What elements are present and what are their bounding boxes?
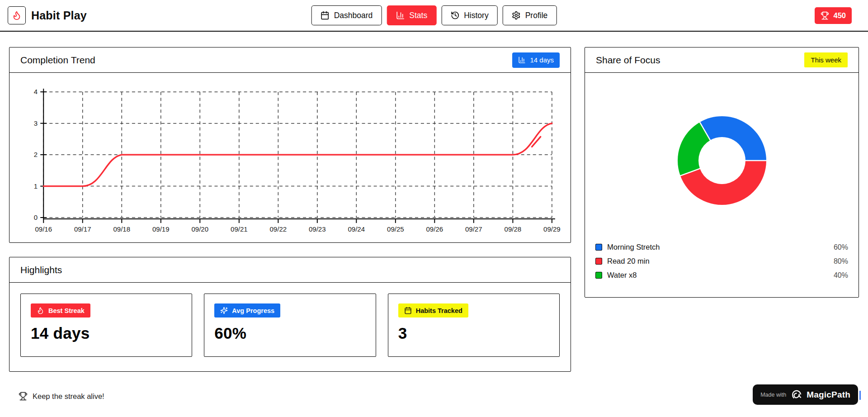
calendar-icon bbox=[321, 11, 330, 20]
legend-swatch bbox=[595, 258, 602, 265]
trend-chart-area: 0123409/1609/1709/1809/1909/2009/2109/22… bbox=[9, 73, 571, 242]
highlights-card: Highlights Best Streak14 daysAvg Progres… bbox=[9, 257, 571, 372]
svg-text:1: 1 bbox=[34, 182, 38, 190]
donut-chart-area bbox=[585, 73, 859, 215]
nav-button-label: Stats bbox=[409, 11, 427, 20]
gear-icon bbox=[512, 11, 521, 20]
highlight-cards: Best Streak14 daysAvg Progress60%Habits … bbox=[9, 283, 571, 368]
stat-value: 60% bbox=[214, 324, 365, 342]
svg-text:09/27: 09/27 bbox=[465, 225, 482, 233]
legend-swatch bbox=[595, 244, 602, 251]
svg-text:09/25: 09/25 bbox=[387, 225, 404, 233]
range-label: 14 days bbox=[530, 56, 554, 64]
nav-button-label: Profile bbox=[525, 11, 548, 20]
legend-item: Morning Stretch60% bbox=[595, 240, 848, 254]
legend-value: 40% bbox=[834, 271, 848, 280]
highlights-title: Highlights bbox=[20, 265, 62, 275]
svg-text:09/18: 09/18 bbox=[113, 225, 130, 233]
svg-text:09/24: 09/24 bbox=[348, 225, 365, 233]
stat-badge-label: Avg Progress bbox=[232, 307, 274, 314]
focus-title: Share of Focus bbox=[596, 55, 660, 66]
main-content: Completion Trend 14 days 0123409/1609/17… bbox=[0, 32, 868, 401]
stat-value: 3 bbox=[398, 324, 549, 342]
svg-text:4: 4 bbox=[34, 88, 38, 95]
stat-badge-label: Habits Tracked bbox=[416, 307, 462, 314]
nav-buttons: DashboardStatsHistoryProfile bbox=[311, 5, 557, 25]
trophy-icon bbox=[821, 11, 829, 20]
week-badge: This week bbox=[804, 52, 848, 67]
app-navbar: Habit Play DashboardStatsHistoryProfile … bbox=[0, 0, 868, 32]
nav-button-dashboard[interactable]: Dashboard bbox=[311, 5, 382, 25]
stat-badge: Habits Tracked bbox=[398, 303, 468, 317]
svg-text:3: 3 bbox=[34, 119, 38, 127]
legend-value: 60% bbox=[834, 243, 848, 251]
stat-badge: Avg Progress bbox=[214, 303, 280, 317]
bar-chart-icon bbox=[518, 56, 526, 64]
share-of-focus-card: Share of Focus This week Morning Stretch… bbox=[585, 47, 859, 298]
nav-button-label: Dashboard bbox=[334, 11, 373, 20]
magicpath-logo-icon bbox=[790, 389, 802, 401]
legend-swatch bbox=[595, 272, 602, 279]
focus-legend: Morning Stretch60%Read 20 min80%Water x8… bbox=[585, 240, 859, 282]
highlights-header: Highlights bbox=[9, 257, 571, 283]
points-value: 450 bbox=[833, 11, 846, 20]
svg-text:09/17: 09/17 bbox=[74, 225, 91, 233]
focus-card-header: Share of Focus This week bbox=[585, 47, 859, 73]
calendar-icon bbox=[404, 307, 412, 314]
svg-text:09/23: 09/23 bbox=[309, 225, 326, 233]
sparkles-icon bbox=[220, 307, 228, 314]
svg-text:09/28: 09/28 bbox=[505, 225, 522, 233]
trend-title: Completion Trend bbox=[20, 55, 95, 66]
legend-value: 80% bbox=[834, 257, 848, 265]
completion-trend-card: Completion Trend 14 days 0123409/1609/17… bbox=[9, 47, 571, 243]
magicpath-brand: MagicPath bbox=[807, 390, 850, 400]
legend-item: Read 20 min80% bbox=[595, 254, 848, 268]
svg-text:09/21: 09/21 bbox=[231, 225, 248, 233]
completion-line-chart: 0123409/1609/1709/1809/1909/2009/2109/22… bbox=[9, 73, 571, 242]
legend-label: Read 20 min bbox=[607, 257, 650, 265]
svg-text:09/20: 09/20 bbox=[191, 225, 208, 233]
footer-note: Keep the streak alive! bbox=[19, 392, 571, 401]
nav-button-profile[interactable]: Profile bbox=[503, 5, 557, 25]
app-logo bbox=[8, 6, 26, 24]
flame-icon bbox=[12, 10, 22, 20]
stat-card: Avg Progress60% bbox=[204, 294, 376, 357]
svg-text:2: 2 bbox=[34, 151, 38, 158]
nav-button-label: History bbox=[464, 11, 488, 20]
stat-card: Habits Tracked3 bbox=[388, 294, 560, 357]
svg-text:09/26: 09/26 bbox=[426, 225, 443, 233]
brand: Habit Play bbox=[8, 6, 87, 24]
focus-donut-chart bbox=[668, 106, 776, 215]
madewith-prefix: Made with bbox=[760, 392, 786, 398]
footer-text: Keep the streak alive! bbox=[33, 392, 104, 401]
flame-icon bbox=[37, 307, 44, 314]
stat-value: 14 days bbox=[31, 324, 182, 342]
svg-text:09/22: 09/22 bbox=[270, 225, 287, 233]
trend-card-header: Completion Trend 14 days bbox=[9, 47, 571, 73]
text-cursor bbox=[859, 391, 861, 400]
stat-card: Best Streak14 days bbox=[20, 294, 192, 357]
app-title: Habit Play bbox=[31, 9, 87, 22]
stat-badge-label: Best Streak bbox=[48, 307, 85, 314]
svg-text:0: 0 bbox=[34, 213, 38, 221]
points-badge[interactable]: 450 bbox=[815, 7, 852, 24]
legend-label: Morning Stretch bbox=[607, 243, 660, 251]
svg-text:09/16: 09/16 bbox=[35, 225, 52, 233]
svg-text:09/19: 09/19 bbox=[152, 225, 170, 233]
history-icon bbox=[450, 11, 459, 20]
madewith-badge[interactable]: Made with MagicPath bbox=[753, 384, 858, 405]
svg-text:09/29: 09/29 bbox=[543, 225, 561, 233]
trophy-icon bbox=[19, 392, 28, 401]
legend-item: Water x840% bbox=[595, 268, 848, 282]
bar-chart-icon bbox=[396, 11, 405, 20]
legend-label: Water x8 bbox=[607, 271, 637, 280]
range-button[interactable]: 14 days bbox=[512, 52, 560, 68]
nav-button-stats[interactable]: Stats bbox=[387, 5, 436, 25]
nav-button-history[interactable]: History bbox=[441, 5, 497, 25]
stat-badge: Best Streak bbox=[31, 303, 90, 317]
